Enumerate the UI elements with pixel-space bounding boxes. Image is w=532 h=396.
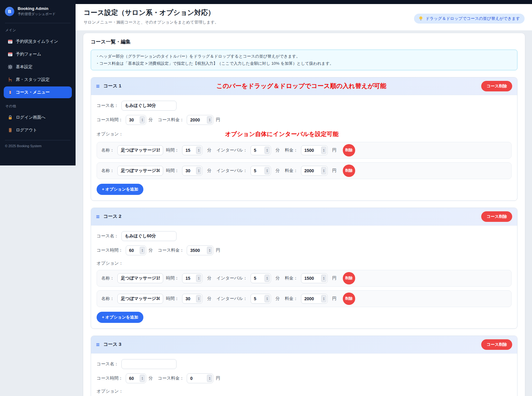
option-time-label: 時間： [166,168,179,174]
minutes-suffix: 分 [149,248,153,253]
add-option-button[interactable]: + オプションを追加 [97,184,143,195]
course-name-label: コース名： [97,233,119,239]
option-interval-label: インターバル： [216,147,247,153]
delete-option-button[interactable]: 削除 [343,144,355,156]
option-price-label: 料金： [285,168,298,174]
stepper-icon[interactable]: ▴▾ [196,167,201,174]
delete-option-button[interactable]: 削除 [343,165,355,177]
option-price-label: 料金： [285,275,298,281]
sidebar-item-timeline[interactable]: 予約状況タイムライン [4,36,72,47]
minutes-suffix: 分 [149,376,153,381]
sidebar-item-label: 予約状況タイムライン [16,39,58,44]
option-interval-annotation: オプション自体にインターバルを設定可能 [225,130,338,138]
option-time-label: 時間： [166,147,179,153]
option-name-input[interactable] [117,145,163,155]
delete-course-button[interactable]: コース削除 [481,339,512,350]
stepper-icon[interactable]: ▴▾ [140,116,145,124]
delete-course-button[interactable]: コース削除 [481,81,512,91]
course-header[interactable]: ≡ コース 1 このバーをドラッグ＆ドロップでコース順の入れ替えが可能 コース削… [91,77,517,95]
course-time-label: コース時間： [97,117,123,123]
drag-handle-icon[interactable]: ≡ [96,213,100,220]
light-bulb-icon [419,16,423,21]
option-name-input[interactable] [117,273,163,283]
drag-handle-icon[interactable]: ≡ [96,341,100,348]
delete-option-button[interactable]: 削除 [343,293,355,305]
sidebar-item-logout[interactable]: ログアウト [4,124,72,136]
option-name-input[interactable] [117,166,163,176]
minutes-suffix: 分 [276,147,280,153]
add-option-button[interactable]: + オプションを追加 [97,312,143,323]
minutes-suffix: 分 [276,275,280,281]
stepper-icon[interactable]: ▴▾ [196,275,201,282]
course-title: コース 3 [103,341,121,347]
drag-handle-icon[interactable]: ≡ [96,83,100,89]
yen-suffix: 円 [216,248,220,253]
main-header: コース設定（サロン系・オプション対応） サロンメニュー・施術コースと、そのオプシ… [76,4,532,30]
sidebar-item-login-screen[interactable]: ログイン画面へ [4,112,72,123]
avatar: B [5,7,14,16]
minutes-suffix: 分 [207,296,211,301]
hint-badge-text: ドラッグ＆ドロップでコースの並び替えができます [425,16,520,21]
course-name-input[interactable] [121,231,177,241]
stepper-icon[interactable]: ▴▾ [264,295,270,302]
yen-suffix: 円 [216,117,220,123]
stepper-icon[interactable]: ▴▾ [140,375,145,382]
option-row: 名称： 時間： ▴▾ 分 インターバル： ▴▾ 分 料金： ▴▾ 円 削除 [97,270,512,287]
stepper-icon[interactable]: ▴▾ [207,116,212,124]
option-time-label: 時間： [166,296,179,301]
option-name-label: 名称： [101,147,114,153]
nav-section-label-main: メイン [0,23,76,35]
course-body: コース名： コース時間： ▴▾ 分 コース料金： ▴▾ 円 オプション： + [91,354,517,396]
course-price-label: コース料金： [158,248,184,253]
option-name-label: 名称： [101,275,114,281]
options-label: オプション： [97,131,123,137]
brand: B Booking Admin 予約管理ダッシュボード [0,0,76,21]
course-section-2: ≡ コース 2 コース削除 コース名： コース時間： ▴▾ 分 コース料金： [91,208,517,329]
course-name-input[interactable] [121,359,177,369]
course-body: コース名： コース時間： ▴▾ 分 コース料金： ▴▾ 円 オプション： オプシ… [91,95,517,200]
course-name-input[interactable] [121,101,177,111]
sidebar-item-label: ログイン画面へ [16,115,46,120]
stepper-icon[interactable]: ▴▾ [140,247,145,254]
option-time-label: 時間： [166,275,179,281]
yen-suffix: 円 [332,275,337,281]
stepper-icon[interactable]: ▴▾ [321,167,326,174]
stepper-icon[interactable]: ▴▾ [321,275,326,282]
sidebar-item-booking-form[interactable]: 予約フォーム [4,48,72,60]
stepper-icon[interactable]: ▴▾ [196,147,201,154]
sidebar-item-basic-settings[interactable]: 基本設定 [4,61,72,73]
stepper-icon[interactable]: ▴▾ [264,275,270,282]
option-name-label: 名称： [101,296,114,301]
delete-option-button[interactable]: 削除 [343,272,355,284]
option-price-label: 料金： [285,296,298,301]
minutes-suffix: 分 [207,168,211,174]
stepper-icon[interactable]: ▴▾ [321,147,326,154]
option-interval-label: インターバル： [216,168,247,174]
course-section-3: ≡ コース 3 コース削除 コース名： コース時間： ▴▾ 分 コース料金： [91,336,517,396]
stepper-icon[interactable]: ▴▾ [196,295,201,302]
option-interval-label: インターバル： [216,296,247,301]
sidebar-item-seat-staff[interactable]: 席・スタッフ設定 [4,74,72,86]
delete-course-button[interactable]: コース削除 [481,211,512,222]
course-body: コース名： コース時間： ▴▾ 分 コース料金： ▴▾ 円 オプション： [91,226,517,328]
options-label: オプション： [97,261,123,266]
option-row: 名称： 時間： ▴▾ 分 インターバル： ▴▾ 分 料金： ▴▾ 円 削除 [97,162,512,179]
sidebar-item-course-menu[interactable]: コース・メニュー [4,86,72,98]
course-title: コース 1 [103,83,121,89]
option-interval-label: インターバル： [216,275,247,281]
stepper-icon[interactable]: ▴▾ [207,247,212,254]
window-top-strip [0,0,532,4]
calendar-icon [8,52,13,57]
course-header[interactable]: ≡ コース 2 コース削除 [91,208,517,226]
stepper-icon[interactable]: ▴▾ [321,295,326,302]
option-name-input[interactable] [117,294,163,304]
course-price-label: コース料金： [158,117,184,123]
course-header[interactable]: ≡ コース 3 コース削除 [91,336,517,354]
options-label: オプション： [97,389,123,394]
door-icon [8,128,13,133]
stepper-icon[interactable]: ▴▾ [207,375,212,382]
stepper-icon[interactable]: ▴▾ [264,167,270,174]
stepper-icon[interactable]: ▴▾ [264,147,270,154]
course-time-label: コース時間： [97,376,123,381]
option-row: 名称： 時間： ▴▾ 分 インターバル： ▴▾ 分 料金： ▴▾ 円 削除 [97,290,512,307]
